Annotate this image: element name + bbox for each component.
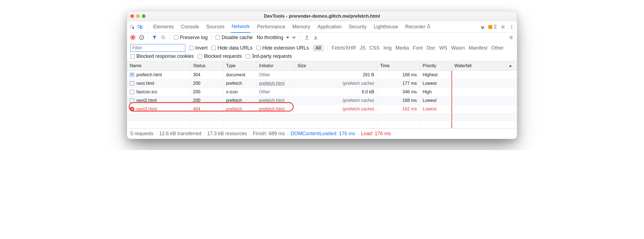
error-icon: ✕ (130, 107, 134, 111)
svg-point-8 (511, 37, 512, 38)
filter-type-font[interactable]: Font (413, 45, 423, 51)
cell-name: prefetch.html (127, 71, 190, 79)
network-table: Name Status Type Initiator Size Time Pri… (127, 61, 517, 128)
table-row-empty (127, 113, 517, 121)
filter-input[interactable] (130, 44, 185, 52)
cell-time: 177 ms (377, 79, 420, 88)
blocked-requests-checkbox[interactable]: Blocked requests (198, 53, 242, 59)
search-icon[interactable] (161, 35, 166, 40)
filter-type-js[interactable]: JS (360, 45, 365, 51)
tab-network[interactable]: Network (231, 21, 250, 33)
cell-waterfall (452, 88, 517, 96)
disable-cache-checkbox[interactable]: Disable cache (216, 35, 253, 40)
col-name[interactable]: Name (127, 61, 190, 70)
filter-type-other[interactable]: Other (491, 45, 504, 51)
tab-memory[interactable]: Memory (292, 21, 311, 32)
upload-har-icon[interactable] (304, 35, 309, 40)
domcontentloaded-time: DOMContentLoaded: 176 ms (291, 131, 355, 137)
cell-initiator[interactable]: prefetch.html (256, 79, 295, 88)
filter-type-all[interactable]: All (313, 45, 324, 51)
more-tabs-icon[interactable] (480, 25, 485, 29)
transferred-size: 12.6 kB transferred (159, 131, 201, 137)
hide-extension-urls-checkbox[interactable]: Hide extension URLs (256, 45, 309, 51)
col-status[interactable]: Status (190, 61, 223, 70)
cell-priority: High (420, 88, 452, 96)
panel-tabs-bar: ElementsConsoleSourcesNetworkPerformance… (127, 21, 517, 33)
cell-time: 168 ms (377, 96, 420, 105)
tab-elements[interactable]: Elements (153, 21, 174, 32)
table-row[interactable]: next2.html200prefetchprefetch.html(prefe… (127, 96, 517, 105)
kebab-menu-icon[interactable] (509, 25, 514, 29)
tab-performance[interactable]: Performance (256, 21, 286, 32)
filter-type-manifest[interactable]: Manifest (469, 45, 488, 51)
third-party-checkbox[interactable]: 3rd-party requests (246, 53, 292, 59)
cell-size: 291 B (295, 71, 377, 79)
cell-status: 200 (190, 96, 223, 105)
cell-size: (prefetch cache) (295, 96, 377, 105)
throttling-select[interactable]: No throttling (257, 35, 289, 40)
table-row[interactable]: ✕next3.html404prefetchprefetch.html(pref… (127, 105, 517, 113)
col-priority[interactable]: Priority (420, 61, 452, 70)
blocked-cookies-checkbox[interactable]: Blocked response cookies (130, 53, 194, 59)
status-bar: 5 requests 12.6 kB transferred 17.3 kB r… (127, 128, 517, 139)
cell-size: (prefetch cache) (295, 79, 377, 88)
tab-security[interactable]: Security (348, 21, 367, 32)
tab-sources[interactable]: Sources (206, 21, 225, 32)
col-initiator[interactable]: Initiator (256, 61, 295, 70)
window-title: DevTools - prerender-demos.glitch.me/pre… (127, 13, 517, 19)
cell-status: 304 (190, 71, 223, 79)
filter-type-wasm[interactable]: Wasm (451, 45, 465, 51)
col-size[interactable]: Size (295, 61, 377, 70)
cell-waterfall (452, 96, 517, 105)
settings-icon[interactable] (500, 25, 505, 29)
filter-type-doc[interactable]: Doc (426, 45, 435, 51)
cell-name: next.html (127, 79, 190, 88)
network-conditions-icon[interactable] (291, 35, 296, 40)
inspect-element-icon[interactable] (130, 25, 135, 29)
cell-status: 200 (190, 88, 223, 96)
clear-button[interactable] (139, 35, 144, 40)
invert-checkbox[interactable]: Invert (189, 45, 208, 51)
cell-priority: Highest (420, 71, 452, 79)
window-controls (130, 14, 145, 18)
cell-initiator[interactable]: prefetch.html (256, 96, 295, 105)
filter-type-css[interactable]: CSS (369, 45, 379, 51)
network-settings-icon[interactable] (509, 35, 514, 40)
download-har-icon[interactable] (313, 35, 318, 40)
issues-indicator[interactable]: 2 (488, 24, 497, 30)
filter-toggle-icon[interactable] (152, 35, 157, 40)
cell-waterfall (452, 71, 517, 79)
cell-size: (prefetch cache) (295, 105, 377, 113)
filter-type-media[interactable]: Media (395, 45, 409, 51)
col-waterfall[interactable]: Waterfall (452, 61, 517, 70)
device-toolbar-icon[interactable] (137, 25, 142, 29)
sort-ascending-icon (509, 65, 512, 67)
table-row[interactable]: prefetch.html304documentOther291 B168 ms… (127, 71, 517, 79)
col-type[interactable]: Type (223, 61, 256, 70)
finish-time: Finish: 689 ms (253, 131, 285, 137)
filter-type-img[interactable]: Img (383, 45, 392, 51)
cell-type: x-icon (223, 88, 256, 96)
cell-initiator[interactable]: prefetch.html (256, 105, 295, 113)
svg-point-3 (502, 26, 504, 28)
hide-data-urls-checkbox[interactable]: Hide data URLs (211, 45, 252, 51)
record-button[interactable] (130, 35, 135, 40)
maximize-window[interactable] (142, 14, 145, 18)
tab-application[interactable]: Application (317, 21, 342, 32)
close-window[interactable] (130, 14, 134, 18)
filter-type-fetch-xhr[interactable]: Fetch/XHR (332, 45, 356, 51)
col-time[interactable]: Time (377, 61, 420, 70)
svg-point-6 (511, 28, 512, 29)
filter-type-ws[interactable]: WS (439, 45, 447, 51)
table-header[interactable]: Name Status Type Initiator Size Time Pri… (127, 61, 517, 71)
cell-name: ✕next3.html (127, 105, 190, 113)
titlebar: DevTools - prerender-demos.glitch.me/pre… (127, 11, 517, 21)
cell-time: 168 ms (377, 71, 420, 79)
table-row[interactable]: favicon.ico200x-iconOther6.0 kB346 msHig… (127, 88, 517, 96)
minimize-window[interactable] (136, 14, 140, 18)
tab-lighthouse[interactable]: Lighthouse (373, 21, 398, 32)
table-row[interactable]: next.html200prefetchprefetch.html(prefet… (127, 79, 517, 88)
tab-recorder[interactable]: Recorder (404, 21, 431, 32)
tab-console[interactable]: Console (180, 21, 200, 32)
preserve-log-checkbox[interactable]: Preserve log (174, 35, 208, 40)
